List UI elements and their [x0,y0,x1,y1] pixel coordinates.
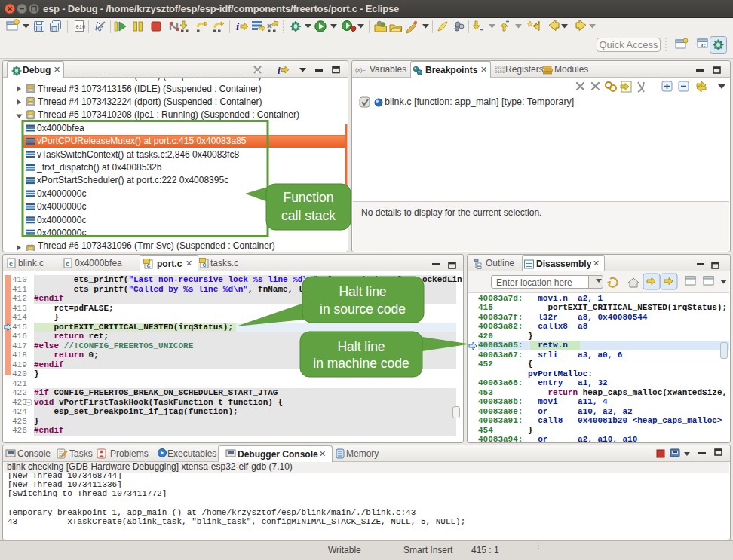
svg-text:c: c [147,262,151,269]
svg-text:c: c [203,261,207,268]
svg-text:c: c [9,260,13,268]
svg-text:i: i [278,65,281,76]
svg-text:C: C [701,42,706,49]
svg-text:c: c [66,260,69,268]
svg-text:010: 010 [76,24,86,30]
svg-text:(x)=: (x)= [355,66,366,73]
svg-text:0101: 0101 [495,69,505,75]
svg-text:i: i [236,20,240,32]
